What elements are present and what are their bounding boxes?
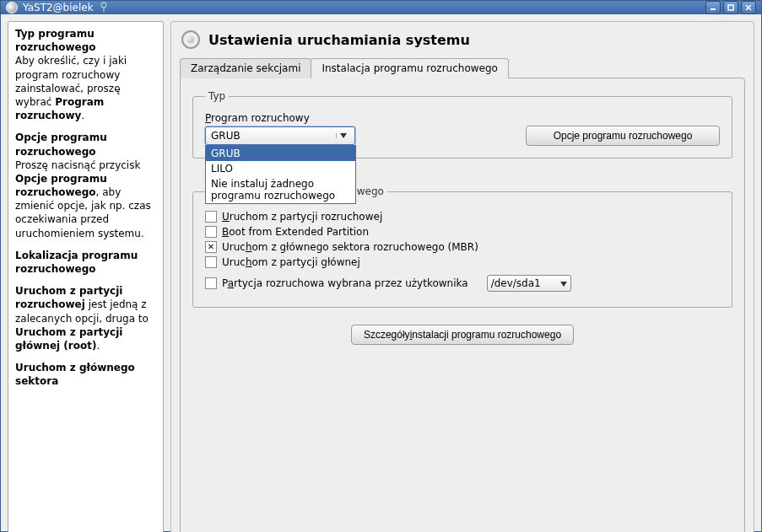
tab-body: Typ Program rozruchowy GRUB (180, 78, 745, 532)
group-type-legend: Typ (205, 90, 229, 102)
option-lilo[interactable]: LILO (206, 161, 355, 176)
checkbox-mbr[interactable] (205, 241, 217, 253)
bootloader-combo-value: GRUB (211, 130, 240, 142)
help-panel[interactable]: Typ programu rozruchowego Aby określić, … (8, 21, 164, 532)
option-none[interactable]: Nie instaluj żadnego programu rozruchowe… (206, 176, 355, 203)
maximize-button[interactable] (723, 1, 738, 14)
close-button[interactable] (741, 1, 756, 14)
label-mbr: Uruchom z głównego sektora rozruchowego … (222, 241, 478, 253)
bootloader-combo[interactable]: GRUB GRUB LILO Nie instaluj żadnego p (205, 126, 355, 145)
svg-marker-7 (560, 282, 567, 287)
chevron-down-icon (336, 133, 349, 138)
help-b5: Uruchom z głównego sektora (15, 362, 135, 387)
label-boot-partition: Uruchom z partycji rozruchowej (222, 211, 382, 223)
tab-strip: Zarządzanie sekcjami Instalacja programu… (180, 57, 745, 78)
chevron-down-icon (560, 277, 567, 289)
checkbox-extended[interactable] (205, 226, 217, 238)
option-grub[interactable]: GRUB (206, 146, 355, 161)
bootloader-dropdown: GRUB LILO Nie instaluj żadnego programu … (205, 145, 356, 204)
bootloader-label: Program rozruchowy (205, 112, 720, 124)
custom-partition-combo[interactable]: /dev/sda1 (487, 275, 571, 292)
help-t1e: . (81, 110, 84, 121)
checkbox-boot-partition[interactable] (205, 211, 217, 223)
window-frame: YaST2@bielek Typ programu rozruchowego A… (0, 0, 762, 532)
help-b2: Opcje programu rozruchowego (15, 173, 107, 198)
help-t4e: . (96, 340, 100, 352)
minimize-button[interactable] (705, 1, 721, 14)
checkbox-root[interactable] (205, 256, 217, 268)
custom-partition-value: /dev/sda1 (491, 277, 541, 289)
help-h2: Opcje programu rozruchowego (15, 132, 107, 157)
svg-rect-3 (728, 5, 733, 10)
help-h1: Typ programu rozruchowego (15, 28, 96, 53)
help-b4b: Uruchom z partycji głównej (root) (15, 326, 122, 352)
bootloader-options-button[interactable]: Opcje programu rozruchowego (526, 126, 720, 146)
svg-point-0 (101, 3, 106, 8)
help-t2a: Proszę nacisnąć przycisk (15, 159, 140, 171)
heading-icon (181, 30, 200, 49)
right-panel: Ustawienia uruchamiania systemu Zarządza… (170, 21, 754, 532)
label-extended: Boot from Extended Partition (222, 226, 369, 238)
label-custom-partition: Partycja rozruchowa wybrana przez użytko… (222, 277, 468, 289)
help-h3: Lokalizacja programu rozruchowego (15, 250, 138, 275)
window-title: YaST2@bielek (23, 2, 94, 13)
titlebar[interactable]: YaST2@bielek (1, 1, 761, 14)
label-root: Uruchom z partycji głównej (222, 256, 360, 268)
svg-marker-6 (340, 133, 347, 138)
tab-sections[interactable]: Zarządzanie sekcjami (180, 58, 311, 78)
page-title: Ustawienia uruchamiania systemu (208, 32, 470, 48)
tab-installation[interactable]: Instalacja programu rozruchowego (311, 58, 508, 78)
pin-icon[interactable] (99, 2, 111, 13)
content-area: Typ programu rozruchowego Aby określić, … (1, 14, 761, 532)
checkbox-custom-partition[interactable] (205, 277, 217, 289)
group-type: Typ Program rozruchowy GRUB (192, 90, 732, 159)
app-icon (6, 2, 18, 13)
installation-details-button[interactable]: Szczegóły instalacji programu rozruchowe… (351, 325, 574, 345)
